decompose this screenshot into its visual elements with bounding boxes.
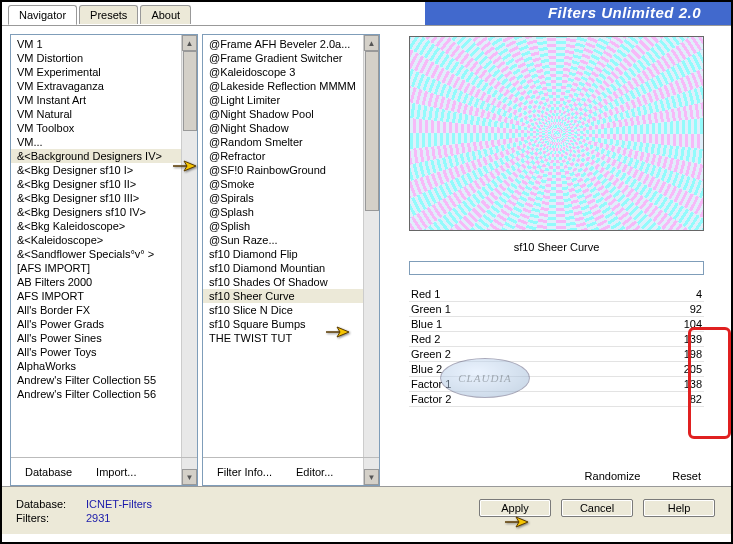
- preview-filter-name: sf10 Sheer Curve: [390, 241, 723, 253]
- filters-value: 2931: [86, 512, 152, 524]
- list-item[interactable]: sf10 Sheer Curve: [203, 289, 379, 303]
- database-button[interactable]: Database: [25, 466, 72, 478]
- param-row[interactable]: Red 2139: [409, 332, 704, 347]
- category-list[interactable]: VM 1VM DistortionVM ExperimentalVM Extra…: [11, 35, 197, 403]
- param-label: Green 1: [411, 303, 451, 315]
- list-item[interactable]: All's Power Toys: [11, 345, 197, 359]
- scrollbar[interactable]: ▲ ▼: [363, 35, 379, 485]
- list-item[interactable]: &<Bkg Designer sf10 I>: [11, 163, 197, 177]
- list-item[interactable]: @Smoke: [203, 177, 379, 191]
- list-item[interactable]: VM 1: [11, 37, 197, 51]
- scroll-thumb[interactable]: [365, 51, 379, 211]
- list-item[interactable]: &<Bkg Designer sf10 II>: [11, 177, 197, 191]
- param-row[interactable]: Blue 2205: [409, 362, 704, 377]
- tab-strip: Navigator Presets About: [8, 5, 193, 24]
- param-label: Green 2: [411, 348, 451, 360]
- list-item[interactable]: @Frame Gradient Switcher: [203, 51, 379, 65]
- randomize-button[interactable]: Randomize: [585, 470, 641, 482]
- filter-list[interactable]: @Frame AFH Beveler 2.0a...@Frame Gradien…: [203, 35, 379, 347]
- list-item[interactable]: All's Power Grads: [11, 317, 197, 331]
- list-item[interactable]: AB Filters 2000: [11, 275, 197, 289]
- param-row[interactable]: Green 2198: [409, 347, 704, 362]
- param-label: Blue 1: [411, 318, 442, 330]
- scroll-up-icon[interactable]: ▲: [182, 35, 197, 51]
- import-button[interactable]: Import...: [96, 466, 136, 478]
- list-item[interactable]: AlphaWorks: [11, 359, 197, 373]
- list-item[interactable]: VM Instant Art: [11, 93, 197, 107]
- list-item[interactable]: All's Power Sines: [11, 331, 197, 345]
- param-row[interactable]: Blue 1104: [409, 317, 704, 332]
- list-item[interactable]: &<Bkg Designers sf10 IV>: [11, 205, 197, 219]
- list-item[interactable]: @Splish: [203, 219, 379, 233]
- filters-label: Filters:: [16, 512, 80, 524]
- list-item[interactable]: @Spirals: [203, 191, 379, 205]
- list-item[interactable]: Andrew's Filter Collection 56: [11, 387, 197, 401]
- list-item[interactable]: @Night Shadow: [203, 121, 379, 135]
- param-label: Factor 2: [411, 393, 451, 405]
- param-value: 4: [696, 288, 702, 300]
- preview-image: [409, 36, 704, 231]
- list-item[interactable]: @Lakeside Reflection MMMM: [203, 79, 379, 93]
- list-item[interactable]: &<Bkg Kaleidoscope>: [11, 219, 197, 233]
- param-row[interactable]: Factor 1138: [409, 377, 704, 392]
- list-item[interactable]: @Night Shadow Pool: [203, 107, 379, 121]
- filter-list-panel: @Frame AFH Beveler 2.0a...@Frame Gradien…: [202, 34, 380, 486]
- preview-toolbar: Randomize Reset: [390, 464, 723, 486]
- param-value: 82: [690, 393, 702, 405]
- list-item[interactable]: sf10 Diamond Mountian: [203, 261, 379, 275]
- list-item[interactable]: @Frame AFH Beveler 2.0a...: [203, 37, 379, 51]
- help-button[interactable]: Help: [643, 499, 715, 517]
- list-item[interactable]: @Splash: [203, 205, 379, 219]
- list-item[interactable]: @Refractor: [203, 149, 379, 163]
- tab-navigator[interactable]: Navigator: [8, 5, 77, 25]
- footer-buttons: Apply Cancel Help: [479, 499, 715, 517]
- list-item[interactable]: VM...: [11, 135, 197, 149]
- cancel-button[interactable]: Cancel: [561, 499, 633, 517]
- param-label: Blue 2: [411, 363, 442, 375]
- col1-toolbar: Database Import...: [11, 457, 197, 485]
- footer: Database:ICNET-Filters Filters:2931 Appl…: [2, 486, 731, 534]
- scrollbar[interactable]: ▲ ▼: [181, 35, 197, 485]
- list-item[interactable]: All's Border FX: [11, 303, 197, 317]
- param-value: 198: [684, 348, 702, 360]
- scroll-up-icon[interactable]: ▲: [364, 35, 379, 51]
- param-value: 138: [684, 378, 702, 390]
- editor-button[interactable]: Editor...: [296, 466, 333, 478]
- tab-presets[interactable]: Presets: [79, 5, 138, 24]
- list-item[interactable]: [AFS IMPORT]: [11, 261, 197, 275]
- list-item[interactable]: sf10 Square Bumps: [203, 317, 379, 331]
- list-item[interactable]: sf10 Diamond Flip: [203, 247, 379, 261]
- apply-button[interactable]: Apply: [479, 499, 551, 517]
- param-row[interactable]: Red 14: [409, 287, 704, 302]
- list-item[interactable]: THE TWIST TUT: [203, 331, 379, 345]
- list-item[interactable]: @SF!0 RainbowGround: [203, 163, 379, 177]
- param-row[interactable]: Factor 282: [409, 392, 704, 407]
- list-item[interactable]: VM Distortion: [11, 51, 197, 65]
- list-item[interactable]: sf10 Slice N Dice: [203, 303, 379, 317]
- col2-toolbar: Filter Info... Editor...: [203, 457, 379, 485]
- tab-about[interactable]: About: [140, 5, 191, 24]
- filterinfo-button[interactable]: Filter Info...: [217, 466, 272, 478]
- list-item[interactable]: VM Toolbox: [11, 121, 197, 135]
- list-item[interactable]: sf10 Shades Of Shadow: [203, 275, 379, 289]
- parameter-table: Red 14Green 192Blue 1104Red 2139Green 21…: [409, 287, 704, 407]
- list-item[interactable]: @Random Smelter: [203, 135, 379, 149]
- list-item[interactable]: &<Bkg Designer sf10 III>: [11, 191, 197, 205]
- list-item[interactable]: &<Sandflower Specials°v° >: [11, 247, 197, 261]
- list-item[interactable]: @Kaleidoscope 3: [203, 65, 379, 79]
- param-row[interactable]: Green 192: [409, 302, 704, 317]
- db-value: ICNET-Filters: [86, 498, 152, 510]
- list-item[interactable]: VM Extravaganza: [11, 79, 197, 93]
- list-item[interactable]: @Sun Raze...: [203, 233, 379, 247]
- list-item[interactable]: @Light Limiter: [203, 93, 379, 107]
- param-value: 139: [684, 333, 702, 345]
- list-item[interactable]: &<Kaleidoscope>: [11, 233, 197, 247]
- category-list-panel: VM 1VM DistortionVM ExperimentalVM Extra…: [10, 34, 198, 486]
- scroll-thumb[interactable]: [183, 51, 197, 131]
- list-item[interactable]: Andrew's Filter Collection 55: [11, 373, 197, 387]
- reset-button[interactable]: Reset: [672, 470, 701, 482]
- list-item[interactable]: VM Natural: [11, 107, 197, 121]
- list-item[interactable]: VM Experimental: [11, 65, 197, 79]
- list-item[interactable]: AFS IMPORT: [11, 289, 197, 303]
- list-item[interactable]: &<Background Designers IV>: [11, 149, 197, 163]
